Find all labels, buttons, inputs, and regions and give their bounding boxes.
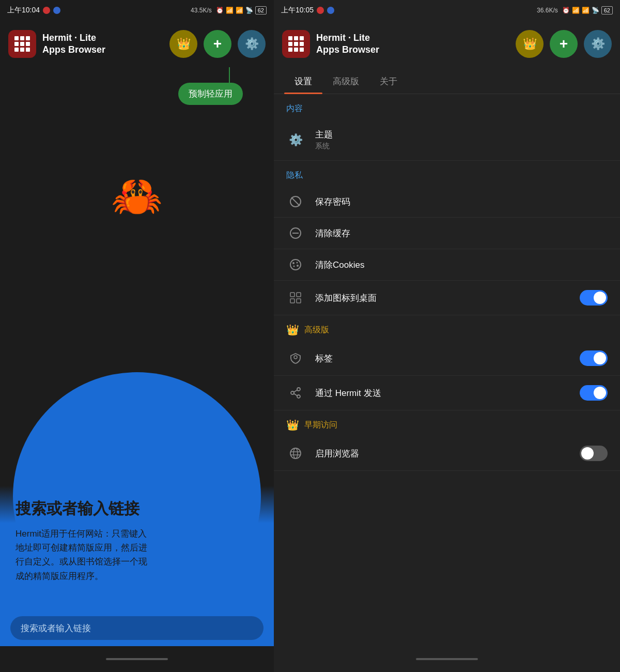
svg-point-13 xyxy=(294,356,297,359)
right-settings-button[interactable]: ⚙️ xyxy=(584,30,612,58)
tags-icon xyxy=(286,352,305,364)
right-plus-icon: + xyxy=(560,36,568,52)
browser-icon xyxy=(286,447,305,460)
right-wifi-icon: 📡 xyxy=(592,7,599,14)
signal-icon1: 📶 xyxy=(226,7,234,14)
svg-rect-12 xyxy=(297,299,301,303)
grid-dot xyxy=(288,36,292,40)
crab-emoji: 🦀 xyxy=(111,172,163,221)
right-panel: 上午10:05 36.6K/s ⏰ 📶 📶 📡 62 xyxy=(274,0,620,672)
theme-title: 主题 xyxy=(315,129,608,141)
grid-dot xyxy=(20,48,24,52)
share-text: 通过 Hermit 发送 xyxy=(315,387,580,399)
grid-dot xyxy=(300,48,304,52)
svg-point-6 xyxy=(297,262,298,264)
right-app-icon[interactable] xyxy=(282,30,310,58)
grid-dot xyxy=(300,42,304,46)
grid-dot xyxy=(288,42,292,46)
right-signal-icon2: 📶 xyxy=(582,7,590,14)
clear-cache-icon xyxy=(286,227,305,239)
clear-cache-text: 清除缓存 xyxy=(315,227,608,239)
svg-line-17 xyxy=(294,390,298,392)
share-icon xyxy=(286,387,305,399)
settings-item-save-password[interactable]: 保存密码 xyxy=(274,186,620,218)
settings-item-tags[interactable]: 标签 xyxy=(274,341,620,376)
left-add-button[interactable]: + xyxy=(204,30,231,58)
add-desktop-text: 添加图标到桌面 xyxy=(315,292,580,304)
advanced-header-text: 高级版 xyxy=(304,325,329,335)
right-app-header: Hermit · LiteApps Browser 👑 + ⚙️ xyxy=(274,21,620,67)
right-speed: 36.6K/s xyxy=(537,7,558,14)
tab-settings[interactable]: 设置 xyxy=(284,67,322,94)
left-main-content: 🦀 搜索或者输入链接 Hermit适用于任何网站：只需键入地址即可创建精简版应用… xyxy=(0,109,274,610)
svg-point-15 xyxy=(291,391,294,394)
grid-dot xyxy=(20,42,24,46)
browser-toggle[interactable] xyxy=(580,446,608,461)
right-battery: 62 xyxy=(601,6,613,14)
grid-dot xyxy=(294,42,298,46)
text-overlay: 搜索或者输入链接 Hermit适用于任何网站：只需键入地址即可创建精简版应用，然… xyxy=(0,486,274,610)
tags-toggle-thumb xyxy=(594,352,606,364)
search-title: 搜索或者输入链接 xyxy=(16,498,258,520)
right-app-title: Hermit · LiteApps Browser xyxy=(316,32,509,56)
settings-item-clear-cookies[interactable]: 清除Cookies xyxy=(274,249,620,281)
connector-line xyxy=(229,67,230,83)
grid-dot xyxy=(14,36,19,40)
share-toggle[interactable] xyxy=(580,385,608,401)
clear-cookies-text: 清除Cookies xyxy=(315,259,608,271)
settings-item-theme[interactable]: ⚙️ 主题 系统 xyxy=(274,119,620,161)
right-nav-bar xyxy=(274,646,620,672)
settings-item-share[interactable]: 通过 Hermit 发送 xyxy=(274,376,620,410)
tab-advanced[interactable]: 高级版 xyxy=(322,67,369,94)
add-desktop-title: 添加图标到桌面 xyxy=(315,292,580,304)
grid-dot xyxy=(14,42,19,46)
browser-text: 启用浏览器 xyxy=(315,448,580,460)
left-crown-button[interactable]: 👑 xyxy=(169,30,197,58)
tab-about[interactable]: 关于 xyxy=(369,67,408,94)
settings-item-add-desktop[interactable]: 添加图标到桌面 xyxy=(274,281,620,315)
add-desktop-toggle-thumb xyxy=(594,292,606,304)
grid-dot xyxy=(26,42,30,46)
svg-point-4 xyxy=(290,259,301,270)
advanced-crown-icon: 👑 xyxy=(286,324,299,336)
left-settings-button[interactable]: ⚙️ xyxy=(238,30,266,58)
settings-item-browser[interactable]: 启用浏览器 xyxy=(274,436,620,471)
theme-icon: ⚙️ xyxy=(286,133,305,147)
theme-sub: 系统 xyxy=(315,142,608,151)
right-status-icons: 36.6K/s ⏰ 📶 📶 📡 62 xyxy=(537,6,613,14)
add-desktop-toggle[interactable] xyxy=(580,290,608,306)
grid-dot xyxy=(294,48,298,52)
grid-dot xyxy=(26,48,30,52)
share-title: 通过 Hermit 发送 xyxy=(315,387,580,399)
search-input[interactable]: 搜索或者输入链接 xyxy=(10,616,264,640)
left-time: 上午10:04 xyxy=(7,6,40,15)
right-gear-icon: ⚙️ xyxy=(591,37,605,51)
left-app-header: Hermit · LiteApps Browser 👑 + ⚙️ xyxy=(0,21,274,67)
search-bar-container: 搜索或者输入链接 xyxy=(0,610,274,646)
left-app-icon[interactable] xyxy=(8,30,36,58)
right-alarm-icon: ⏰ xyxy=(562,7,570,14)
tags-toggle[interactable] xyxy=(580,350,608,366)
right-status-blue xyxy=(327,7,334,14)
left-nav-indicator xyxy=(106,658,168,660)
left-nav-bar xyxy=(0,646,274,672)
wifi-icon: 📡 xyxy=(245,7,253,14)
right-signal-icon1: 📶 xyxy=(572,7,580,14)
left-status-icons: 43.5K/s ⏰ 📶 📶 📡 62 xyxy=(191,6,267,14)
browser-toggle-thumb xyxy=(581,447,594,460)
grid-dot xyxy=(300,36,304,40)
right-time: 上午10:05 xyxy=(281,6,314,15)
right-nav-indicator xyxy=(416,658,478,660)
left-panel: 上午10:04 43.5K/s ⏰ 📶 📶 📡 62 xyxy=(0,0,274,672)
settings-item-clear-cache[interactable]: 清除缓存 xyxy=(274,218,620,249)
right-add-button[interactable]: + xyxy=(550,30,578,58)
tooltip-area: 预制轻应用 xyxy=(0,67,274,109)
right-crown-button[interactable]: 👑 xyxy=(516,30,544,58)
clear-cookies-icon xyxy=(286,258,305,271)
grid-dot xyxy=(26,36,30,40)
left-battery: 62 xyxy=(255,6,267,14)
section-advanced-header: 👑 高级版 xyxy=(274,315,620,341)
right-grid-dots xyxy=(288,36,304,52)
left-app-title: Hermit · LiteApps Browser xyxy=(42,32,163,56)
save-password-text: 保存密码 xyxy=(315,196,608,208)
